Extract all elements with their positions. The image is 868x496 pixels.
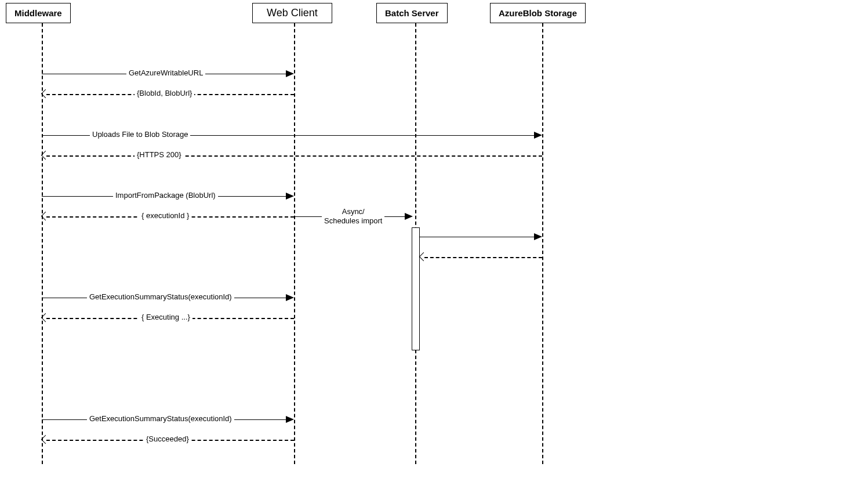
label-execution-id: { executionId } — [139, 211, 191, 220]
participant-batchserver: Batch Server — [376, 3, 448, 23]
arrow-icon — [534, 233, 542, 240]
sequence-diagram: Middleware Web Client Batch Server Azure… — [0, 0, 868, 496]
activation-batchserver — [412, 227, 420, 350]
label-async-schedule: Async/Schedules import — [322, 207, 384, 226]
arrow-icon — [419, 252, 428, 262]
arrow-icon — [405, 213, 413, 220]
label-succeeded: {Succeeded} — [144, 435, 191, 443]
participant-webclient: Web Client — [252, 3, 332, 23]
arrow-icon — [286, 70, 294, 77]
participant-middleware: Middleware — [6, 3, 71, 23]
lifeline-middleware — [42, 23, 43, 464]
reply-blob-to-batch — [424, 257, 542, 258]
label-executing: { Executing ...} — [139, 313, 193, 321]
label-get-exec-status-2: GetExecutionSummaryStatus(executionId) — [87, 414, 234, 423]
lifeline-azureblob — [542, 23, 543, 464]
arrow-icon — [286, 193, 294, 200]
label-blob-id: {BlobId, BlobUrl} — [135, 89, 194, 97]
label-get-exec-status-1: GetExecutionSummaryStatus(executionId) — [87, 292, 234, 301]
arrow-icon — [286, 294, 294, 301]
msg-batch-to-blob — [419, 237, 534, 237]
lifeline-webclient — [294, 23, 295, 464]
label-get-azure-url: GetAzureWritableURL — [126, 68, 205, 77]
label-upload-file: Uploads File to Blob Storage — [90, 130, 190, 139]
label-https-200: {HTTPS 200} — [135, 150, 184, 159]
participant-azureblob: AzureBlob Storage — [490, 3, 586, 23]
arrow-icon — [286, 416, 294, 423]
label-import-from-package: ImportFromPackage (BlobUrl) — [113, 191, 218, 200]
reply-https-200 — [46, 155, 542, 157]
arrow-icon — [534, 132, 542, 139]
